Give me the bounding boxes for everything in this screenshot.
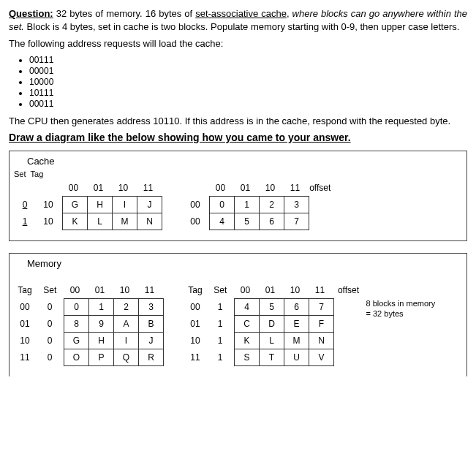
mem-cell: Q <box>114 349 139 366</box>
mem-cell: A <box>114 316 139 333</box>
mem-cell: U <box>284 349 309 366</box>
cache-cell: M <box>113 213 137 230</box>
cache-cell: I <box>113 197 137 213</box>
cache-cell: 6 <box>260 213 284 230</box>
addr-item: 10111 <box>29 88 467 98</box>
mem-cell: O <box>64 349 89 366</box>
mem-cell: E <box>284 316 309 333</box>
mem-cell: L <box>260 333 284 349</box>
cache-cell: 3 <box>284 197 309 213</box>
memory-left-table: Tag Set 00 01 10 11 00 0 0 1 2 3 01 0 8 … <box>14 282 164 366</box>
mem-cell: 1 <box>89 299 114 316</box>
cache-section: Cache Set Tag 00 01 10 11 0 10 G H I J <box>9 151 467 241</box>
cache-cell: N <box>137 213 162 230</box>
memory-section: Memory Tag Set 00 01 10 11 00 0 0 1 2 3 … <box>9 253 467 376</box>
addr-item: 00111 <box>29 55 467 65</box>
mem-cell: M <box>284 333 309 349</box>
cache-cell: H <box>88 197 113 213</box>
cache-cell: 4 <box>210 213 235 230</box>
cache-cell: L <box>88 213 113 230</box>
mem-cell: 9 <box>89 316 114 333</box>
cache-cell: 7 <box>284 213 309 230</box>
load-cache-intro: The following address requests will load… <box>9 37 467 50</box>
mem-cell: 0 <box>64 299 89 316</box>
mem-cell: I <box>114 333 139 349</box>
mem-cell: C <box>235 316 260 333</box>
mem-cell: 6 <box>284 299 309 316</box>
mem-cell: P <box>89 349 114 366</box>
question-paragraph: Question: 32 bytes of memory. 16 bytes o… <box>9 7 467 33</box>
cache-cell: 5 <box>235 213 260 230</box>
question-label: Question: <box>9 8 53 19</box>
mem-cell: B <box>139 316 164 333</box>
mem-cell: 3 <box>139 299 164 316</box>
addr-item: 00001 <box>29 66 467 76</box>
mem-cell: F <box>309 316 334 333</box>
cache-hdr-tag: Tag <box>31 170 44 178</box>
cache-title: Cache <box>27 156 55 167</box>
mem-cell: R <box>139 349 164 366</box>
addr-item: 10000 <box>29 77 467 87</box>
question-body-c: Block is 4 bytes, set in cache is two bl… <box>24 21 459 32</box>
cache-left-table: 00 01 10 11 0 10 G H I J 1 10 K L M N <box>14 180 162 230</box>
mem-cell: S <box>235 349 260 366</box>
mem-cell: 5 <box>260 299 284 316</box>
mem-cell: 8 <box>64 316 89 333</box>
mem-cell: V <box>309 349 334 366</box>
memory-title: Memory <box>27 258 61 269</box>
memory-note: 8 blocks in memory = 32 bytes <box>366 298 436 319</box>
mem-cell: J <box>139 333 164 349</box>
mem-cell: K <box>235 333 260 349</box>
mem-cell: 7 <box>309 299 334 316</box>
cache-cell: G <box>63 197 88 213</box>
cache-cell: 2 <box>260 197 284 213</box>
mem-cell: G <box>64 333 89 349</box>
cache-cell: K <box>63 213 88 230</box>
cache-cell: 1 <box>235 197 260 213</box>
mem-cell: D <box>260 316 284 333</box>
question-body-b: , <box>287 8 292 19</box>
addr-item: 00011 <box>29 99 467 109</box>
mem-cell: H <box>89 333 114 349</box>
cache-cell: 0 <box>210 197 235 213</box>
memory-right-table: Tag Set 00 01 10 11 offset 00 1 4 5 6 7 … <box>184 282 363 366</box>
mem-cell: T <box>260 349 284 366</box>
mem-cell: 4 <box>235 299 260 316</box>
mem-cell: N <box>309 333 334 349</box>
cache-hdr-set: Set <box>14 170 26 178</box>
cpu-line: The CPU then generates address 10110. If… <box>9 115 467 128</box>
address-list: 00111 00001 10000 10111 00011 <box>29 55 467 109</box>
draw-heading: Draw a diagram like the below showing ho… <box>9 132 467 143</box>
set-associative-phrase: set-associative cache <box>195 8 287 19</box>
cache-cell: J <box>137 197 162 213</box>
cache-right-table: 00 01 10 11 offset 00 0 1 2 3 00 4 5 6 7 <box>184 180 331 230</box>
mem-cell: 2 <box>114 299 139 316</box>
question-body-a: 32 bytes of memory. 16 bytes of <box>56 8 195 19</box>
